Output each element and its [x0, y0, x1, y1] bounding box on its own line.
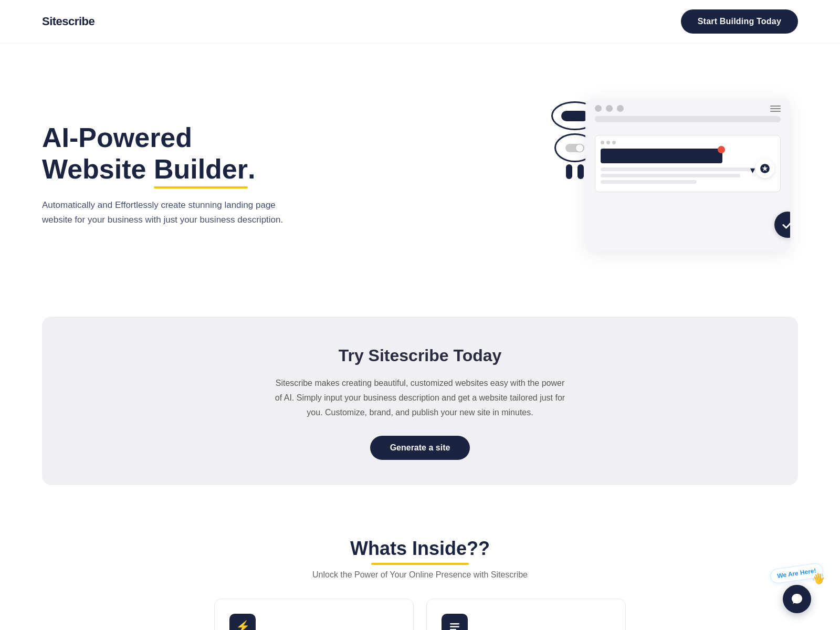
feature-cards: ⚡ Effortless Website... Landing...	[42, 598, 798, 630]
dot-1	[595, 105, 602, 112]
hero-title-line2: Website Builder.	[42, 154, 255, 184]
hero-left: AI-Powered Website Builder. Automaticall…	[42, 122, 294, 227]
browser-address-bar	[595, 116, 781, 122]
browser-mockup: ▾	[585, 99, 790, 251]
hamburger-icon[interactable]	[770, 106, 781, 112]
browser-bar	[585, 99, 790, 116]
svg-rect-0	[450, 623, 459, 625]
feature-icon-1: ⚡	[229, 614, 256, 630]
cta-button[interactable]: Start Building Today	[681, 9, 798, 34]
inside-section: Whats Inside?? Unlock the Power of Your …	[0, 506, 840, 630]
generate-button[interactable]: Generate a site	[370, 436, 470, 460]
dot-3	[617, 105, 624, 112]
inner-browser: ▾	[595, 135, 781, 192]
red-badge	[718, 146, 725, 153]
hero-title-line1: AI-Powered	[42, 122, 192, 153]
chat-widget: We Are Here! 👋	[770, 566, 823, 613]
robot-visor	[561, 111, 589, 121]
browser-dots	[595, 105, 624, 112]
try-title: Try Sitescribe Today	[63, 346, 777, 365]
content-line-1	[601, 167, 766, 171]
hero-title-underline: Builder	[154, 154, 248, 188]
content-line-3	[601, 180, 697, 184]
svg-rect-1	[450, 626, 459, 628]
feature-card-2: Landing...	[426, 598, 626, 630]
hero-description: Automatically and Effortlessly create st…	[42, 198, 294, 227]
feature-card-1: ⚡ Effortless Website...	[214, 598, 414, 630]
content-line-2	[601, 174, 740, 177]
openai-badge	[755, 159, 774, 178]
inside-subtitle: Unlock the Power of Your Online Presence…	[42, 570, 798, 580]
site-logo: Sitescribe	[42, 15, 94, 28]
check-badge	[774, 212, 790, 238]
chat-button[interactable]	[783, 585, 811, 613]
try-description: Sitescribe makes creating beautiful, cus…	[273, 376, 567, 420]
navbar: Sitescribe Start Building Today	[0, 0, 840, 44]
inside-title: Whats Inside??	[350, 538, 490, 565]
hero-section: AI-Powered Website Builder. Automaticall…	[0, 44, 840, 296]
try-section: Try Sitescribe Today Sitescribe makes cr…	[42, 317, 798, 485]
hero-illustration: ▾	[578, 91, 798, 259]
browser-content: ▾	[585, 128, 790, 233]
robot-toggle	[565, 144, 584, 152]
dot-2	[606, 105, 613, 112]
pin-icon: ▾	[750, 164, 755, 176]
inner-browser-bar	[601, 141, 775, 144]
feature-icon-2	[442, 614, 468, 630]
robot-leg-right	[578, 164, 584, 179]
hero-title: AI-Powered Website Builder.	[42, 122, 294, 188]
inner-content-block	[601, 149, 722, 163]
robot-leg-left	[566, 164, 572, 179]
